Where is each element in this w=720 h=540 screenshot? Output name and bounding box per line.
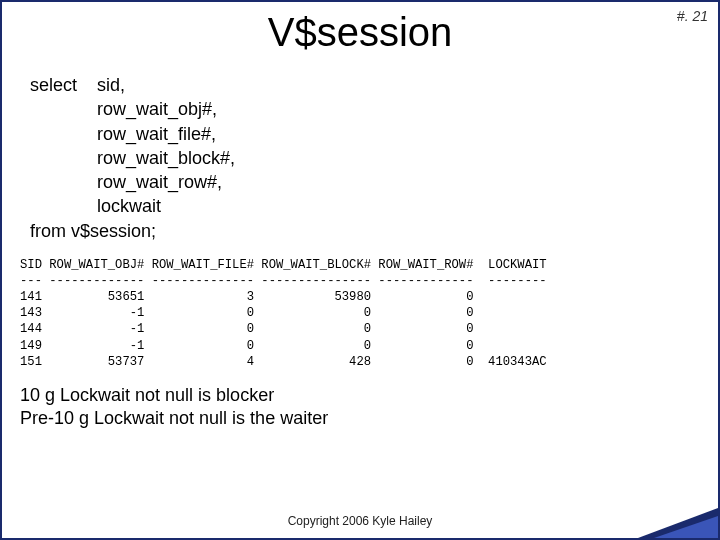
sql-select-keyword: select xyxy=(30,73,92,97)
sql-col: lockwait xyxy=(97,194,235,218)
page-number: #. 21 xyxy=(677,8,708,24)
sql-from-line: from v$session; xyxy=(30,219,718,243)
copyright: Copyright 2006 Kyle Hailey xyxy=(2,514,718,528)
sql-columns: sid, row_wait_obj#, row_wait_file#, row_… xyxy=(97,73,235,219)
sql-col: row_wait_obj#, xyxy=(97,97,235,121)
note-line-1: 10 g Lockwait not null is blocker xyxy=(20,384,718,407)
sql-col: row_wait_block#, xyxy=(97,146,235,170)
sql-col: sid, xyxy=(97,73,235,97)
slide-title: V$session xyxy=(2,10,718,55)
sql-col: row_wait_row#, xyxy=(97,170,235,194)
note-line-2: Pre-10 g Lockwait not null is the waiter xyxy=(20,407,718,430)
result-table: SID ROW_WAIT_OBJ# ROW_WAIT_FILE# ROW_WAI… xyxy=(20,257,706,370)
corner-decoration-inner xyxy=(654,516,718,538)
notes-block: 10 g Lockwait not null is blocker Pre-10… xyxy=(20,384,718,431)
sql-col: row_wait_file#, xyxy=(97,122,235,146)
sql-query: select sid, row_wait_obj#, row_wait_file… xyxy=(30,73,718,243)
